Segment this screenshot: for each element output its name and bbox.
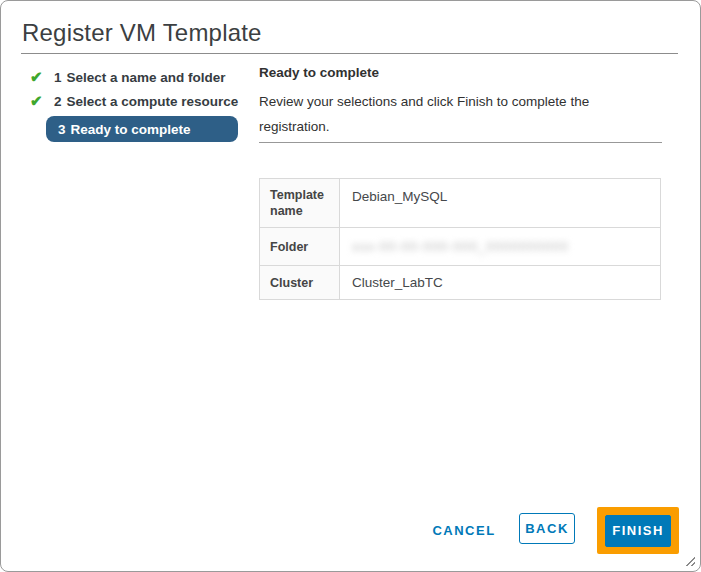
check-icon: ✔ (30, 68, 54, 86)
cancel-button[interactable]: CANCEL (426, 516, 502, 544)
row-label: Cluster (260, 266, 340, 300)
step-number: 3 (58, 122, 66, 137)
table-row-template-name: Template name Debian_MySQL (260, 179, 661, 228)
cluster-value: Cluster_LabTC (340, 266, 661, 300)
folder-value-redacted: xxx-00-00-000-000_0000000000 (340, 228, 661, 266)
step-label: Select a compute resource (67, 94, 239, 109)
content-heading: Ready to complete (259, 65, 662, 80)
dialog-title: Register VM Template (22, 19, 262, 47)
content-divider (259, 142, 662, 143)
check-icon: ✔ (30, 92, 54, 110)
title-divider (21, 53, 678, 54)
wizard-step-list: ✔ 1 Select a name and folder ✔ 2 Select … (21, 65, 259, 142)
finish-highlight-annotation: FINISH (597, 507, 679, 554)
step-label: Ready to complete (71, 122, 191, 137)
step-number: 2 (54, 94, 62, 109)
table-row-folder: Folder xxx-00-00-000-000_0000000000 (260, 228, 661, 266)
register-vm-template-dialog: Register VM Template ✔ 1 Select a name a… (0, 0, 701, 572)
wizard-step-1[interactable]: ✔ 1 Select a name and folder (21, 65, 259, 89)
step-number: 1 (54, 70, 62, 85)
content-description: Review your selections and click Finish … (259, 89, 621, 139)
step-content-pane: Ready to complete Review your selections… (259, 65, 662, 139)
summary-table: Template name Debian_MySQL Folder xxx-00… (259, 178, 661, 300)
row-label: Folder (260, 228, 340, 266)
row-label: Template name (260, 179, 340, 228)
back-button[interactable]: BACK (519, 513, 575, 544)
finish-button[interactable]: FINISH (605, 515, 671, 547)
resize-grip-icon[interactable] (683, 554, 695, 566)
redacted-blur: xxx-00-00-000-000_0000000000 (352, 239, 569, 254)
wizard-step-2[interactable]: ✔ 2 Select a compute resource (21, 89, 259, 113)
table-row-cluster: Cluster Cluster_LabTC (260, 266, 661, 300)
step-label: Select a name and folder (67, 70, 226, 85)
template-name-value: Debian_MySQL (340, 179, 661, 228)
wizard-step-3-active[interactable]: 3 Ready to complete (46, 116, 238, 142)
